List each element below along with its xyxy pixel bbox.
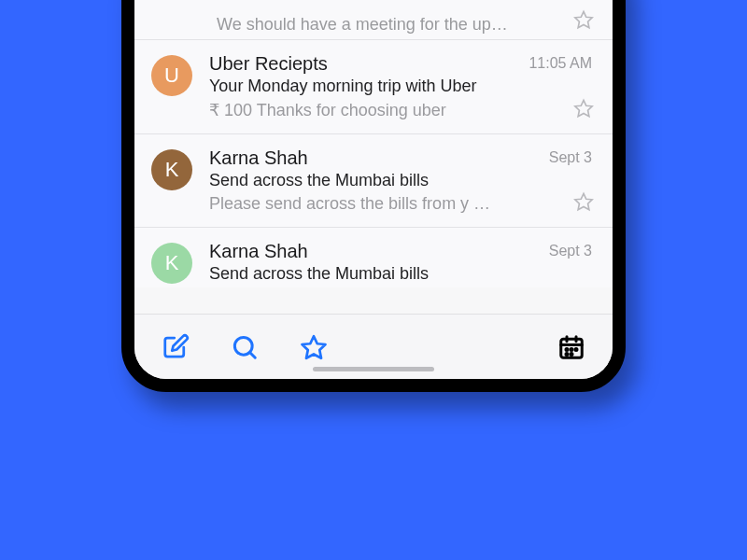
svg-point-12 <box>575 348 577 350</box>
svg-point-11 <box>571 348 572 350</box>
email-preview: We should have a meeting for the up… <box>217 15 508 35</box>
star-icon[interactable] <box>573 98 594 119</box>
email-row[interactable]: U Uber Reciepts Your Monday morning trip… <box>134 39 613 133</box>
star-icon[interactable] <box>573 191 594 212</box>
svg-line-4 <box>250 352 256 357</box>
star-icon[interactable] <box>573 9 594 30</box>
phone-frame: We should have a meeting for the up… U U… <box>121 0 626 392</box>
email-list: We should have a meeting for the up… U U… <box>134 0 613 287</box>
avatar-letter: U <box>164 63 179 88</box>
search-icon[interactable] <box>230 332 260 362</box>
svg-marker-1 <box>575 100 592 116</box>
home-indicator[interactable] <box>313 367 434 371</box>
email-subject: Send across the Mumbai bills <box>209 171 551 190</box>
svg-point-10 <box>566 348 568 350</box>
svg-marker-5 <box>303 336 326 358</box>
email-date: Sept 3 <box>549 243 592 259</box>
email-sender: Karna Shah <box>209 241 308 262</box>
svg-point-14 <box>571 353 572 355</box>
calendar-icon[interactable] <box>557 332 586 362</box>
compose-icon[interactable] <box>161 332 190 362</box>
email-sender: Uber Reciepts <box>209 53 328 75</box>
email-row-partial[interactable]: We should have a meeting for the up… <box>134 13 613 39</box>
email-content: Karna Shah Send across the Mumbai bills … <box>209 147 596 214</box>
email-date: Sept 3 <box>549 149 592 166</box>
email-content: Karna Shah Send across the Mumbai bills <box>209 241 596 284</box>
svg-marker-0 <box>575 11 592 27</box>
email-subject: Send across the Mumbai bills <box>209 264 551 284</box>
avatar: U <box>151 55 192 96</box>
svg-point-13 <box>566 353 568 355</box>
email-row[interactable]: K Karna Shah Send across the Mumbai bill… <box>134 227 613 287</box>
email-preview: ₹ 100 Thanks for choosing uber <box>209 100 551 120</box>
star-icon[interactable] <box>299 332 329 362</box>
email-date: 11:05 AM <box>529 55 592 72</box>
avatar-letter: K <box>165 251 179 275</box>
email-subject: Your Monday morning trip with Uber <box>209 77 551 96</box>
email-row[interactable]: K Karna Shah Send across the Mumbai bill… <box>134 133 613 227</box>
svg-marker-2 <box>575 193 592 209</box>
email-sender: Karna Shah <box>209 147 308 169</box>
avatar: K <box>151 243 192 284</box>
avatar-letter: K <box>165 158 179 182</box>
email-preview: Please send across the bills from y … <box>209 194 551 214</box>
avatar: K <box>151 149 192 190</box>
